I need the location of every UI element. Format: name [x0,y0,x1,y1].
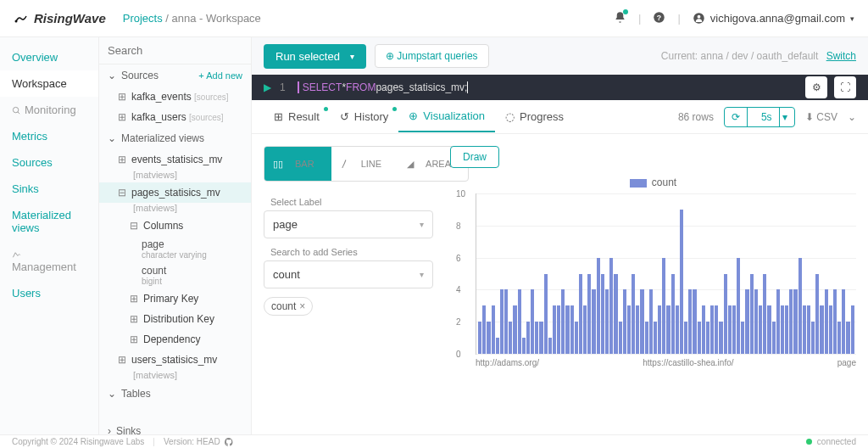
nav-metrics[interactable]: Metrics [0,123,98,149]
nav-monitoring[interactable]: Monitoring [0,97,98,123]
tree-pages-mv[interactable]: ⊟pages_statisics_mv [99,182,251,203]
section-sinks[interactable]: ›Sinks [99,420,251,434]
user-menu[interactable]: vichigova.anna@gmail.com ▾ [693,12,854,25]
cursor [467,81,468,93]
tab-visualization[interactable]: ⊕ Visualization [398,101,495,132]
gear-icon[interactable]: ⚙ [805,76,827,98]
x-label: page [837,358,856,367]
chart-type-bar[interactable]: ▯▯ BAR [264,147,331,181]
select-label-caption: Select Label [270,197,433,207]
expand-icon: ⊞ [118,354,126,366]
tab-result[interactable]: ⊞ Result [264,102,330,132]
expand-icon: ⊞ [130,293,138,305]
col-count: count [99,262,251,277]
breadcrumb: Projects / anna - Workspace [123,12,261,25]
tree-events-mv[interactable]: ⊞events_statisics_mv [99,149,251,170]
series-chip[interactable]: count [264,297,313,316]
breadcrumb-workspace: anna - Workspace [172,12,261,25]
chevron-down-icon: ⌄ [108,388,116,400]
switch-link[interactable]: Switch [826,50,856,62]
connection-status-icon [806,439,812,445]
chevron-down-icon[interactable]: ⌄ [848,111,856,123]
brand-logo: RisingWave [14,11,106,26]
collapse-icon: ⊟ [118,187,126,199]
expand-icon: ⊞ [130,313,138,325]
nav-sources[interactable]: Sources [0,149,98,176]
line-number: 1 [280,81,286,93]
section-tables[interactable]: ⌄Tables [99,383,251,405]
section-sources[interactable]: ⌄ Sources + Add new [99,64,251,87]
jumpstart-button[interactable]: ⊕ Jumpstart queries [375,44,489,68]
primary-nav: Overview Workspace Monitoring Metrics So… [0,37,99,434]
tree-pk[interactable]: ⊞Primary Key [99,288,251,309]
svg-point-5 [13,107,18,112]
bar-chart: 0246810 [476,193,856,355]
refresh-icon[interactable]: ⟳ [725,108,748,126]
help-icon[interactable]: ? [653,11,665,26]
svg-text:?: ? [657,13,661,21]
series-label-caption: Search to add Series [270,247,433,257]
fullscreen-icon[interactable]: ⛶ [834,76,856,98]
chevron-down-icon: ⌄ [108,132,116,144]
x-label: http://adams.org/ [476,358,539,367]
chevron-right-icon: › [108,425,111,434]
row-count: 86 rows [678,111,714,123]
play-icon[interactable]: ▶ [264,81,271,93]
brand-text: RisingWave [34,11,106,25]
tab-progress[interactable]: ◌ Progress [495,102,574,132]
copyright: Copyright © 2024 Risingwave Labs [12,437,144,446]
run-selected-button[interactable]: Run selected [264,44,366,69]
series-select[interactable]: count [264,260,433,288]
current-label: Current: [661,50,698,62]
nav-overview[interactable]: Overview [0,44,98,70]
col-page: page [99,236,251,250]
nav-sinks[interactable]: Sinks [0,176,98,202]
expand-icon: ⊞ [118,154,126,165]
nav-workspace[interactable]: Workspace [0,70,98,97]
x-label: https://castillo-shea.info/ [643,358,733,367]
tree-kafka-events[interactable]: ⊞kafka_events [sources] [99,87,251,107]
expand-icon: ⊞ [130,333,138,345]
chevron-down-icon: ▾ [850,14,854,23]
tree-tag: [matviews] [99,203,251,216]
sql-editor[interactable]: ▶ 1 SELECT * FROM pages_statisics_mv; ⚙ … [252,75,868,100]
csv-export[interactable]: ⬇ CSV [805,111,837,123]
divider: | [638,12,641,25]
svg-point-0 [15,20,18,22]
nav-users[interactable]: Users [0,280,98,306]
nav-mviews[interactable]: Materialized views [0,202,98,241]
github-icon[interactable] [224,437,234,447]
section-mviews[interactable]: ⌄Materialized views [99,127,251,149]
refresh-interval[interactable]: ⟳ 5s ▾ [724,107,795,127]
divider: | [677,12,680,25]
tab-history[interactable]: ↺ History [330,102,398,132]
tree-dep[interactable]: ⊞Dependency [99,329,251,350]
svg-point-4 [697,15,700,19]
connection-status: connected [817,437,856,446]
collapse-icon: ⊟ [130,220,138,232]
notifications-icon[interactable] [614,11,626,26]
search-input[interactable] [108,44,250,57]
tree-tag: [matviews] [99,170,251,182]
version: Version: HEAD [164,437,220,446]
expand-icon: ⊞ [118,111,126,123]
add-new-button[interactable]: + Add new [198,70,242,81]
current-value: anna / dev / oauth_default [701,50,819,62]
expand-icon: ⊞ [118,91,126,103]
tree-tag: [matviews] [99,370,251,383]
tree-dk[interactable]: ⊞Distribution Key [99,309,251,329]
col-type: bigint [99,277,251,288]
tree-kafka-users[interactable]: ⊞kafka_users [sources] [99,107,251,127]
label-select[interactable]: page [264,210,433,238]
tree-users-mv[interactable]: ⊞users_statisics_mv [99,350,251,370]
explorer-panel: ⌄ Sources + Add new ⊞kafka_events [sourc… [99,37,252,434]
user-email: vichigova.anna@gmail.com [710,12,845,25]
chevron-down-icon: ⌄ [108,70,116,81]
nav-management[interactable]: Management [0,241,98,280]
chart-legend: count [450,176,856,188]
breadcrumb-projects[interactable]: Projects [123,12,163,25]
draw-button[interactable]: Draw [450,146,499,168]
tree-columns[interactable]: ⊟Columns [99,216,251,236]
col-type: character varying [99,250,251,262]
chart-type-line[interactable]: 〳 LINE [331,147,398,181]
